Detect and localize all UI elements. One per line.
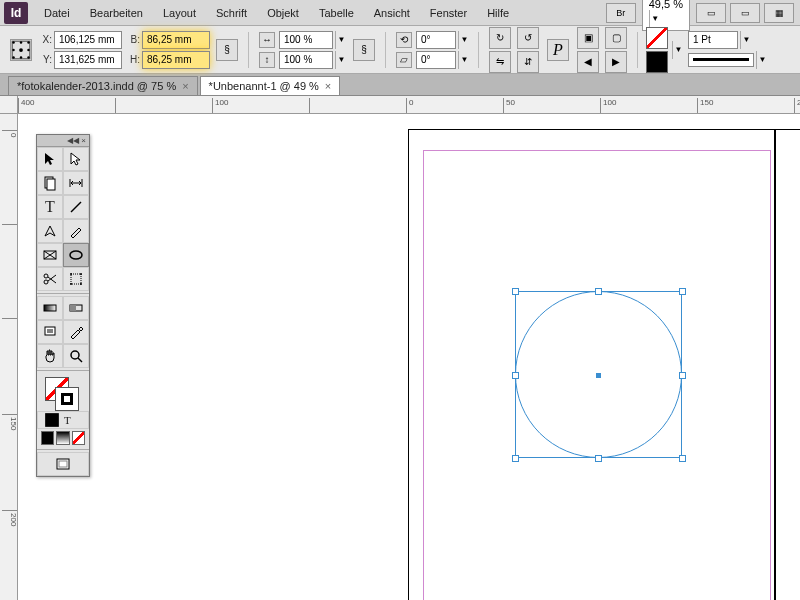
handle-sw[interactable] [512, 455, 519, 462]
ellipse-tool[interactable] [63, 243, 89, 267]
x-input[interactable]: 106,125 mm [54, 31, 122, 49]
apply-gradient[interactable] [56, 431, 69, 445]
note-tool[interactable] [37, 320, 63, 344]
scale-y-input[interactable]: 100 % [279, 51, 333, 69]
page-tool[interactable] [37, 171, 63, 195]
select-next-icon[interactable]: ▶ [605, 51, 627, 73]
gap-tool[interactable] [63, 171, 89, 195]
scale-x-input[interactable]: 100 % [279, 31, 333, 49]
svg-point-3 [27, 41, 30, 44]
select-container-icon[interactable]: ▣ [577, 27, 599, 49]
menu-fenster[interactable]: Fenster [420, 3, 477, 23]
menu-tabelle[interactable]: Tabelle [309, 3, 364, 23]
handle-n[interactable] [595, 288, 602, 295]
eyedropper-tool[interactable] [63, 320, 89, 344]
handle-ne[interactable] [679, 288, 686, 295]
apply-swatches [37, 429, 89, 447]
scissors-tool[interactable] [37, 267, 63, 291]
workspace: 400100050100150200 0150200 [0, 96, 800, 600]
svg-point-17 [44, 274, 48, 278]
handle-nw[interactable] [512, 288, 519, 295]
chevron-down-icon[interactable]: ▼ [458, 51, 470, 69]
fill-stroke-swatches[interactable] [37, 373, 89, 411]
rotate-ccw-icon[interactable]: ↺ [517, 27, 539, 49]
stroke-style[interactable] [688, 53, 754, 67]
w-label: B: [126, 34, 140, 45]
menu-ansicht[interactable]: Ansicht [364, 3, 420, 23]
formatting-affects[interactable]: T [37, 411, 89, 429]
rotate-cw-icon[interactable]: ↻ [489, 27, 511, 49]
menu-hilfe[interactable]: Hilfe [477, 3, 519, 23]
y-input[interactable]: 131,625 mm [54, 51, 122, 69]
tab-unbenannt[interactable]: *Unbenannt-1 @ 49 %× [200, 76, 341, 95]
tab-label: *Unbenannt-1 @ 49 % [209, 80, 319, 92]
constrain-scale-icon[interactable]: § [353, 39, 375, 61]
svg-point-9 [27, 56, 30, 59]
type-tool[interactable]: T [37, 195, 63, 219]
chevron-down-icon[interactable]: ▼ [740, 31, 752, 49]
chevron-down-icon[interactable]: ▼ [458, 31, 470, 49]
reference-point-icon[interactable] [10, 39, 32, 61]
handle-w[interactable] [512, 372, 519, 379]
direct-selection-tool[interactable] [63, 147, 89, 171]
stroke-weight-input[interactable]: 1 Pt [688, 31, 738, 49]
gradient-feather-tool[interactable] [63, 296, 89, 320]
handle-s[interactable] [595, 455, 602, 462]
canvas[interactable] [18, 114, 800, 600]
view-options-button[interactable]: ▭ [696, 3, 726, 23]
paragraph-icon[interactable]: P [547, 39, 569, 61]
apply-color[interactable] [41, 431, 54, 445]
tab-fotokalender[interactable]: *fotokalender-2013.indd @ 75 %× [8, 76, 198, 95]
handle-e[interactable] [679, 372, 686, 379]
pen-tool[interactable] [37, 219, 63, 243]
menu-bearbeiten[interactable]: Bearbeiten [80, 3, 153, 23]
handle-se[interactable] [679, 455, 686, 462]
chevron-down-icon[interactable]: ▼ [649, 10, 661, 28]
menu-layout[interactable]: Layout [153, 3, 206, 23]
select-prev-icon[interactable]: ◀ [577, 51, 599, 73]
select-content-icon[interactable]: ▢ [605, 27, 627, 49]
line-tool[interactable] [63, 195, 89, 219]
close-icon[interactable]: × [182, 80, 188, 92]
menu-schrift[interactable]: Schrift [206, 3, 257, 23]
chevron-down-icon[interactable]: ▼ [756, 51, 768, 69]
chevron-down-icon[interactable]: ▼ [335, 51, 347, 69]
fill-none-swatch[interactable] [646, 27, 668, 49]
h-label: H: [126, 54, 140, 65]
menu-datei[interactable]: Datei [34, 3, 80, 23]
stroke-swatch[interactable] [55, 387, 79, 411]
flip-h-icon[interactable]: ⇋ [489, 51, 511, 73]
width-input[interactable]: 86,25 mm [142, 31, 210, 49]
constrain-wh-icon[interactable]: § [216, 39, 238, 61]
ruler-origin[interactable] [0, 96, 18, 114]
flip-v-icon[interactable]: ⇵ [517, 51, 539, 73]
stroke-black-swatch[interactable] [646, 51, 668, 73]
svg-rect-26 [44, 305, 56, 311]
height-input[interactable]: 86,25 mm [142, 51, 210, 69]
pencil-tool[interactable] [63, 219, 89, 243]
selection-tool[interactable] [37, 147, 63, 171]
menu-objekt[interactable]: Objekt [257, 3, 309, 23]
apply-none[interactable] [72, 431, 85, 445]
view-mode[interactable] [37, 452, 89, 476]
control-bar: X:106,125 mm Y:131,625 mm B:86,25 mm H:8… [0, 26, 800, 74]
chevron-down-icon[interactable]: ▼ [335, 31, 347, 49]
free-transform-tool[interactable] [63, 267, 89, 291]
rectangle-frame-tool[interactable] [37, 243, 63, 267]
gradient-swatch-tool[interactable] [37, 296, 63, 320]
ruler-horizontal[interactable]: 400100050100150200 [18, 96, 800, 114]
chevron-down-icon[interactable]: ▼ [672, 41, 684, 59]
svg-point-6 [27, 48, 30, 51]
shear-input[interactable]: 0° [416, 51, 456, 69]
screen-mode-button[interactable]: ▭ [730, 3, 760, 23]
panel-header[interactable]: ◀◀ × [37, 135, 89, 147]
svg-point-18 [44, 280, 48, 284]
arrange-button[interactable]: ▦ [764, 3, 794, 23]
hand-tool[interactable] [37, 344, 63, 368]
rotate-input[interactable]: 0° [416, 31, 456, 49]
close-icon[interactable]: × [325, 80, 331, 92]
zoom-tool[interactable] [63, 344, 89, 368]
ruler-vertical[interactable]: 0150200 [0, 114, 18, 600]
bridge-button[interactable]: Br [606, 3, 636, 23]
svg-point-8 [20, 56, 23, 59]
